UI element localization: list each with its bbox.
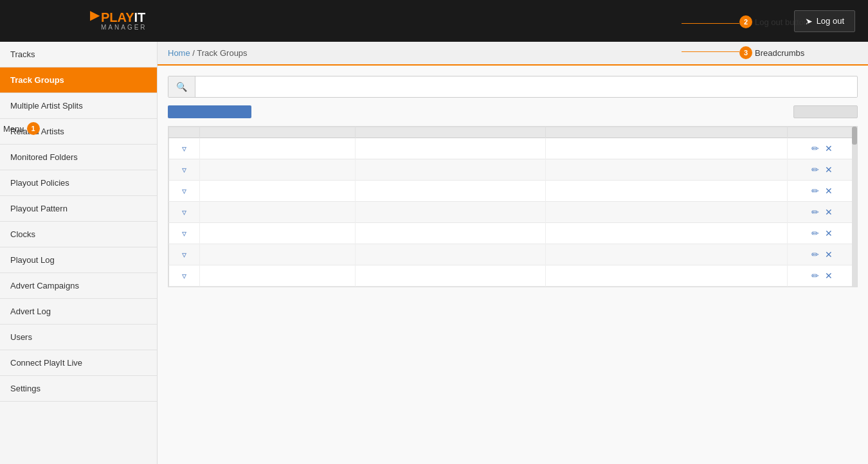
add-button[interactable] bbox=[168, 105, 251, 118]
table-row: ▿ ✏ ✕ bbox=[169, 223, 857, 244]
edit-icon[interactable]: ✏ bbox=[811, 165, 819, 175]
expand-icon[interactable]: ▿ bbox=[182, 228, 186, 238]
name-cell bbox=[200, 244, 356, 265]
menu-annotation-label: Menu bbox=[3, 124, 24, 134]
logout-label: Log out bbox=[817, 16, 844, 26]
sidebar-item-playout-log[interactable]: Playout Log bbox=[0, 247, 157, 273]
breadcrumb-annotation-label: Breadcrumbs bbox=[755, 48, 804, 58]
table-row: ▿ ✏ ✕ bbox=[169, 181, 857, 202]
breadcrumb-separator: / bbox=[192, 48, 195, 58]
sidebar-item-advert-log[interactable]: Advert Log bbox=[0, 299, 157, 325]
secondary-button[interactable] bbox=[793, 105, 858, 118]
search-submit-button[interactable]: 🔍 bbox=[168, 76, 195, 97]
sidebar-item-track-groups[interactable]: Track Groups bbox=[0, 67, 157, 93]
expand-icon[interactable]: ▿ bbox=[182, 143, 186, 154]
delete-icon[interactable]: ✕ bbox=[825, 228, 833, 238]
search-input[interactable] bbox=[195, 77, 857, 97]
sidebar-item-settings[interactable]: Settings bbox=[0, 376, 157, 402]
delete-icon[interactable]: ✕ bbox=[825, 249, 833, 260]
col-header-desc bbox=[356, 127, 546, 138]
sidebar-item-connect-playit-live[interactable]: Connect PlayIt Live bbox=[0, 350, 157, 376]
actions-cell: ✏ ✕ bbox=[788, 265, 857, 287]
edit-icon[interactable]: ✏ bbox=[811, 143, 819, 154]
expand-cell: ▿ bbox=[169, 223, 200, 244]
table-row: ▿ ✏ ✕ bbox=[169, 265, 857, 287]
sidebar-item-advert-campaigns[interactable]: Advert Campaigns bbox=[0, 273, 157, 299]
info-cell bbox=[546, 265, 788, 287]
info-cell bbox=[546, 159, 788, 181]
actions-cell: ✏ ✕ bbox=[788, 202, 857, 223]
sidebar-item-users[interactable]: Users bbox=[0, 325, 157, 350]
table-row: ▿ ✏ ✕ bbox=[169, 159, 857, 181]
col-header-name bbox=[200, 127, 356, 138]
breadcrumb-home[interactable]: Home bbox=[168, 48, 190, 58]
content-area: Home / Track Groups 🔍 bbox=[158, 42, 868, 464]
table-row: ▿ ✏ ✕ bbox=[169, 138, 857, 159]
expand-cell: ▿ bbox=[169, 181, 200, 202]
expand-icon[interactable]: ▿ bbox=[182, 186, 186, 196]
expand-icon[interactable]: ▿ bbox=[182, 165, 186, 175]
action-bar bbox=[168, 105, 858, 118]
logo-flag-icon: ▶ bbox=[90, 7, 100, 22]
sidebar-item-playout-policies[interactable]: Playout Policies bbox=[0, 170, 157, 196]
desc-cell bbox=[356, 138, 546, 159]
edit-icon[interactable]: ✏ bbox=[811, 186, 819, 196]
name-cell bbox=[200, 181, 356, 202]
col-header-expand bbox=[169, 127, 200, 138]
delete-icon[interactable]: ✕ bbox=[825, 165, 833, 175]
breadcrumb-annotation: 3 Breadcrumbs bbox=[739, 46, 804, 59]
logo-area: ▶ PLAYIT MANAGER bbox=[13, 11, 147, 31]
delete-icon[interactable]: ✕ bbox=[825, 186, 833, 196]
sidebar-item-multiple-artist-splits[interactable]: Multiple Artist Splits bbox=[0, 93, 157, 119]
content-body: 🔍 bbox=[158, 66, 868, 464]
expand-cell: ▿ bbox=[169, 202, 200, 223]
sidebar: TracksTrack GroupsMultiple Artist Splits… bbox=[0, 42, 158, 464]
expand-cell: ▿ bbox=[169, 159, 200, 181]
breadcrumb-badge: 3 bbox=[739, 46, 752, 59]
expand-cell: ▿ bbox=[169, 138, 200, 159]
topbar: ▶ PLAYIT MANAGER ➤ Log out bbox=[0, 0, 868, 42]
actions-cell: ✏ ✕ bbox=[788, 138, 857, 159]
info-cell bbox=[546, 138, 788, 159]
desc-cell bbox=[356, 181, 546, 202]
scrollbar-track[interactable] bbox=[852, 127, 857, 287]
edit-icon[interactable]: ✏ bbox=[811, 228, 819, 238]
logo-it: IT bbox=[134, 10, 146, 24]
data-table: ▿ ✏ ✕ ▿ ✏ ✕ ▿ bbox=[168, 127, 857, 287]
table-row: ▿ ✏ ✕ bbox=[169, 202, 857, 223]
sidebar-item-tracks[interactable]: Tracks bbox=[0, 42, 157, 67]
delete-icon[interactable]: ✕ bbox=[825, 207, 833, 217]
info-cell bbox=[546, 181, 788, 202]
expand-icon[interactable]: ▿ bbox=[182, 249, 186, 260]
sidebar-item-playout-pattern[interactable]: Playout Pattern bbox=[0, 196, 157, 222]
info-cell bbox=[546, 223, 788, 244]
name-cell bbox=[200, 159, 356, 181]
name-cell bbox=[200, 223, 356, 244]
info-cell bbox=[546, 202, 788, 223]
menu-annotation: Menu 1 bbox=[3, 122, 40, 135]
logo-subtitle: MANAGER bbox=[101, 24, 147, 31]
scrollbar-thumb[interactable] bbox=[852, 127, 857, 145]
delete-icon[interactable]: ✕ bbox=[825, 271, 833, 281]
edit-icon[interactable]: ✏ bbox=[811, 207, 819, 217]
actions-cell: ✏ ✕ bbox=[788, 223, 857, 244]
desc-cell bbox=[356, 244, 546, 265]
search-icon: 🔍 bbox=[176, 82, 187, 92]
expand-icon[interactable]: ▿ bbox=[182, 207, 186, 217]
menu-badge: 1 bbox=[27, 122, 40, 135]
desc-cell bbox=[356, 265, 546, 287]
logout-annotation-label: Log out button bbox=[755, 17, 808, 27]
actions-cell: ✏ ✕ bbox=[788, 181, 857, 202]
desc-cell bbox=[356, 159, 546, 181]
delete-icon[interactable]: ✕ bbox=[825, 143, 833, 154]
edit-icon[interactable]: ✏ bbox=[811, 271, 819, 281]
table-row: ▿ ✏ ✕ bbox=[169, 244, 857, 265]
sidebar-item-clocks[interactable]: Clocks bbox=[0, 222, 157, 247]
expand-cell: ▿ bbox=[169, 265, 200, 287]
expand-icon[interactable]: ▿ bbox=[182, 271, 186, 281]
expand-cell: ▿ bbox=[169, 244, 200, 265]
edit-icon[interactable]: ✏ bbox=[811, 249, 819, 260]
name-cell bbox=[200, 138, 356, 159]
main-layout: TracksTrack GroupsMultiple Artist Splits… bbox=[0, 42, 868, 464]
sidebar-item-monitored-folders[interactable]: Monitored Folders bbox=[0, 145, 157, 170]
